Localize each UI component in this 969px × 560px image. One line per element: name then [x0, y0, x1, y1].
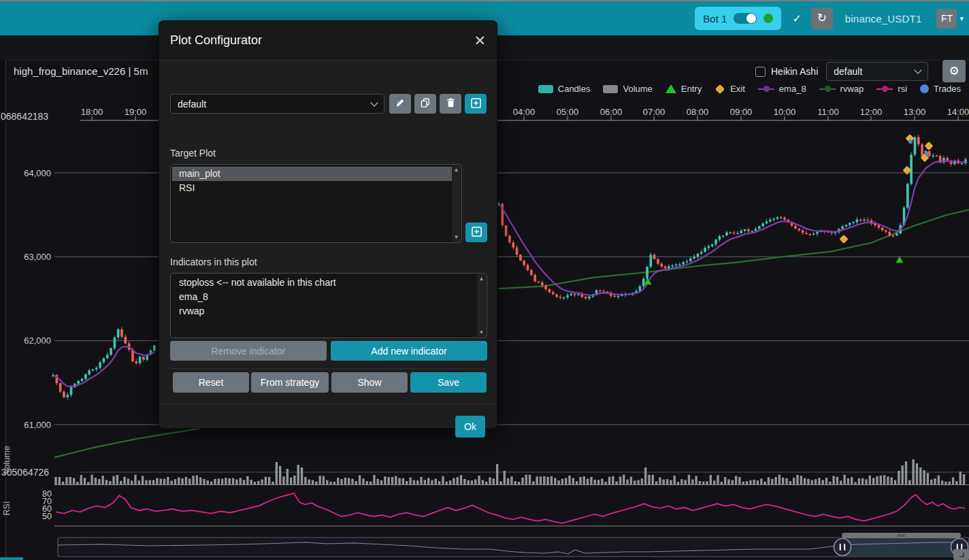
divider — [159, 403, 497, 404]
modal-header: Plot Configurator ✕ — [159, 21, 497, 61]
add-target-plot-button[interactable] — [465, 223, 487, 242]
bot-selector[interactable]: Bot 1 — [695, 7, 781, 30]
target-plot-label: Target Plot — [170, 148, 216, 159]
legend-swatch — [819, 88, 836, 90]
exchange-label: binance_USDT1 — [845, 13, 922, 24]
svg-text:11:00: 11:00 — [817, 107, 839, 117]
remove-indicator-button[interactable]: Remove indicator — [170, 341, 327, 361]
reset-button[interactable]: Reset — [173, 372, 249, 393]
target-plot-item[interactable]: main_plot — [172, 167, 452, 181]
svg-text:19:00: 19:00 — [125, 107, 147, 117]
save-button[interactable]: Save — [410, 372, 487, 393]
add-new-indicator-button[interactable]: Add new indicator — [331, 341, 487, 361]
svg-text:18:00: 18:00 — [81, 107, 103, 117]
target-plot-item[interactable]: RSI — [172, 181, 452, 195]
show-button[interactable]: Show — [331, 372, 408, 393]
legend-label: rsi — [898, 84, 907, 94]
add-config-button[interactable] — [465, 94, 487, 114]
modal-title: Plot Configurator — [170, 33, 262, 48]
bot-toggle[interactable] — [734, 13, 757, 24]
trash-icon — [446, 98, 455, 110]
config-name-select[interactable]: default — [170, 94, 384, 114]
legend-swatch — [666, 84, 676, 93]
legend-item-rsi[interactable]: rsi — [876, 84, 907, 94]
indicator-item[interactable]: ema_8 — [172, 290, 477, 304]
heikin-ashi-label: Heikin Ashi — [771, 66, 818, 77]
svg-text:04:00: 04:00 — [513, 107, 536, 117]
bot-online-dot — [763, 14, 773, 23]
copy-icon — [421, 98, 430, 110]
legend-label: Entry — [681, 84, 702, 94]
legend-item-candles[interactable]: Candles — [538, 84, 591, 94]
scroll-up-icon[interactable]: ▲ — [479, 276, 484, 282]
user-avatar[interactable]: FT — [936, 9, 957, 29]
delete-config-button[interactable] — [440, 94, 461, 114]
ok-button[interactable]: Ok — [455, 416, 485, 438]
legend-label: Candles — [558, 84, 591, 94]
config-name-value: default — [178, 99, 206, 110]
legend-label: Trades — [934, 84, 961, 94]
legend-item-entry[interactable]: Entry — [666, 84, 702, 94]
legend-item-trades[interactable]: Trades — [920, 84, 961, 94]
chevron-down-icon — [915, 66, 922, 73]
edit-config-button[interactable] — [389, 94, 411, 114]
legend-swatch — [876, 88, 893, 90]
legend-swatch — [758, 88, 774, 90]
indicator-item[interactable]: stoploss <-- not available in this chart — [172, 276, 477, 290]
plot-config-select[interactable]: default — [826, 62, 928, 81]
close-icon[interactable]: ✕ — [474, 33, 486, 49]
svg-text:63,000: 63,000 — [24, 252, 51, 262]
legend-swatch — [538, 85, 553, 93]
from-strategy-button[interactable]: From strategy — [251, 372, 329, 393]
svg-text:14:00: 14:00 — [947, 107, 969, 117]
bot-name-label: Bot 1 — [703, 13, 727, 24]
indicators-label: Indicators in this plot — [170, 257, 257, 267]
svg-text:61,000: 61,000 — [24, 420, 51, 430]
plot-configurator-modal: Plot Configurator ✕ Plot config name def… — [159, 20, 497, 429]
svg-text:05:00: 05:00 — [557, 107, 579, 117]
svg-text:07:00: 07:00 — [643, 107, 666, 117]
legend-label: Volume — [623, 84, 652, 94]
svg-text:08:00: 08:00 — [687, 107, 709, 117]
svg-text:068642183: 068642183 — [1, 111, 48, 122]
svg-text:62,000: 62,000 — [24, 335, 51, 346]
user-menu-caret[interactable]: ▾ — [959, 14, 964, 23]
target-plot-scrollbar[interactable]: ▲▼ — [452, 165, 461, 242]
legend-item-rvwap[interactable]: rvwap — [819, 84, 864, 94]
gear-icon[interactable]: ⚙ — [942, 60, 966, 82]
legend-swatch — [920, 84, 929, 93]
window-top-border — [0, 0, 969, 1]
toggle-knob — [746, 14, 756, 23]
legend-label: rvwap — [840, 84, 864, 94]
indicators-list[interactable]: stoploss <-- not available in this chart… — [170, 273, 487, 338]
legend-swatch — [603, 85, 618, 93]
svg-text:RSI: RSI — [2, 501, 12, 516]
plot-config-selected-value: default — [834, 66, 862, 77]
chart-title: high_frog_binance_v226 | 5m — [14, 65, 148, 77]
scroll-up-icon[interactable]: ▲ — [454, 167, 459, 173]
svg-text:09:00: 09:00 — [730, 107, 753, 117]
plus-square-icon — [472, 227, 482, 239]
legend-item-volume[interactable]: Volume — [603, 84, 652, 94]
svg-text:12:00: 12:00 — [860, 107, 883, 117]
svg-text:06:00: 06:00 — [600, 107, 623, 117]
plus-square-icon — [471, 98, 481, 110]
target-plot-list[interactable]: main_plotRSI ▲▼ — [170, 164, 462, 243]
duplicate-config-button[interactable] — [414, 94, 436, 114]
legend-label: ema_8 — [779, 84, 806, 94]
indicator-item[interactable]: rvwap — [172, 304, 477, 318]
legend-label: Exit — [730, 84, 745, 94]
heikin-ashi-checkbox[interactable] — [755, 67, 766, 77]
svg-text:10:00: 10:00 — [774, 107, 796, 117]
legend-swatch — [715, 84, 725, 93]
legend-item-ema_8[interactable]: ema_8 — [758, 84, 806, 94]
reload-button[interactable]: ↻ — [811, 7, 833, 29]
scroll-down-icon[interactable]: ▼ — [479, 329, 484, 335]
heikin-ashi-row: Heikin Ashi default — [755, 62, 937, 81]
indicators-scrollbar[interactable]: ▲▼ — [477, 274, 486, 337]
svg-text:64,000: 64,000 — [24, 168, 51, 178]
legend-item-exit[interactable]: Exit — [715, 84, 745, 94]
pencil-icon — [395, 98, 405, 110]
scroll-down-icon[interactable]: ▼ — [454, 234, 459, 240]
chevron-down-icon — [370, 99, 378, 106]
